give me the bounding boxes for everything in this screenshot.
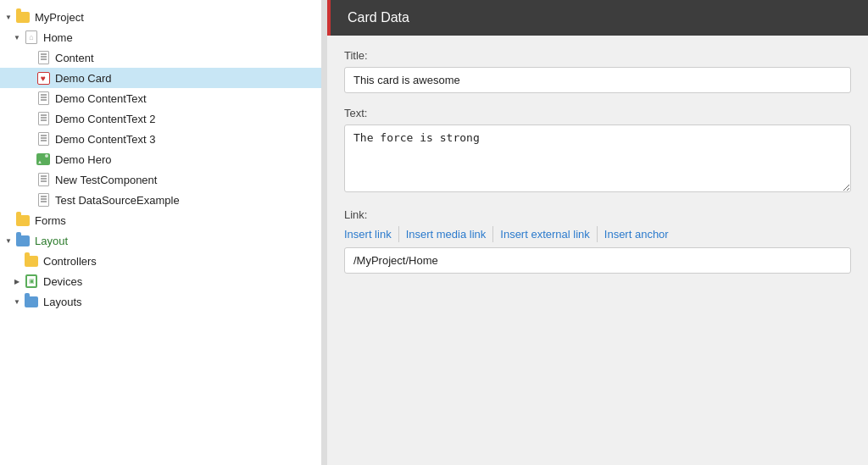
- page-icon-wrapper: [36, 192, 51, 208]
- image-icon-wrapper: ▲: [36, 152, 51, 167]
- sidebar-item-layout[interactable]: ▼ Layout: [0, 230, 321, 251]
- sidebar-item-label: Layouts: [43, 296, 82, 308]
- sidebar-item-label: Demo Card: [55, 72, 111, 85]
- sidebar-item-label: Content: [55, 52, 94, 64]
- folder-blue-icon: [25, 296, 38, 307]
- sidebar-item-testdatasource[interactable]: Test DataSourceExample: [0, 190, 321, 210]
- page-icon-wrapper: [36, 172, 51, 187]
- folder-yellow-icon-wrapper: [15, 213, 31, 228]
- sidebar-item-demohero[interactable]: ▲ Demo Hero: [0, 149, 321, 169]
- page-icon: [38, 91, 49, 105]
- page-icon-wrapper: [36, 111, 51, 126]
- insert-link-button[interactable]: Insert link: [344, 226, 399, 242]
- title-label: Title:: [344, 49, 851, 62]
- sidebar-item-forms[interactable]: Forms: [0, 210, 321, 230]
- text-label: Text:: [344, 107, 851, 119]
- page-icon: [38, 51, 49, 64]
- sidebar-item-label: Controllers: [43, 255, 97, 268]
- folder-yellow-icon: [16, 12, 30, 23]
- tree-arrow: ▼: [12, 298, 22, 306]
- card-body: Title: Text: Link: Insert linkInsert med…: [327, 36, 868, 287]
- sidebar-item-myproject[interactable]: ▼ MyProject: [0, 7, 321, 27]
- folder-yellow-icon: [25, 256, 38, 267]
- sidebar-item-home[interactable]: ▼⌂Home: [0, 27, 321, 47]
- folder-yellow-icon-wrapper: [15, 9, 31, 25]
- heart-icon: ♥: [37, 72, 50, 85]
- folder-blue-icon-wrapper: [24, 294, 39, 309]
- sidebar-item-layouts[interactable]: ▼ Layouts: [0, 291, 321, 312]
- sidebar-item-label: MyProject: [35, 11, 84, 24]
- sidebar-item-label: Devices: [43, 275, 82, 288]
- sidebar-item-label: Layout: [35, 235, 68, 247]
- folder-blue-icon-wrapper: [15, 233, 31, 248]
- sidebar-item-democontenttext2[interactable]: Demo ContentText 2: [0, 108, 321, 129]
- title-input[interactable]: [344, 67, 851, 93]
- sidebar-item-devices[interactable]: ▶▣Devices: [0, 271, 321, 291]
- sidebar-item-label: Demo ContentText 2: [55, 113, 156, 125]
- sidebar-item-democontenttext[interactable]: Demo ContentText: [0, 88, 321, 108]
- page-icon: [38, 193, 49, 207]
- heart-icon-wrapper: ♥: [36, 70, 51, 86]
- device-icon: ▣: [25, 274, 37, 288]
- sidebar-item-label: Home: [43, 31, 73, 44]
- text-field-group: Text:: [344, 107, 851, 195]
- sidebar-item-label: New TestComponent: [55, 174, 157, 186]
- sidebar-item-content[interactable]: Content: [0, 47, 321, 68]
- title-field-group: Title:: [344, 49, 851, 93]
- insert-anchor-button[interactable]: Insert anchor: [598, 226, 676, 242]
- page-icon-wrapper: [36, 131, 51, 147]
- page-icon: [38, 132, 49, 146]
- sidebar-item-label: Demo ContentText 3: [55, 133, 156, 146]
- card-title: Card Data: [348, 10, 409, 25]
- sidebar-item-label: Demo ContentText: [55, 92, 147, 105]
- home-page-icon-wrapper: ⌂: [24, 30, 39, 45]
- sidebar-item-democontenttext3[interactable]: Demo ContentText 3: [0, 129, 321, 149]
- device-icon-wrapper: ▣: [24, 274, 39, 289]
- main-content: Card Data Title: Text: Link: Insert link…: [327, 0, 868, 465]
- page-icon-wrapper: [36, 50, 51, 65]
- tree-arrow: ▼: [3, 237, 14, 245]
- folder-blue-icon: [16, 235, 30, 246]
- sidebar-item-label: Test DataSourceExample: [55, 194, 180, 207]
- link-input[interactable]: [344, 247, 851, 274]
- insert-external-link-button[interactable]: Insert external link: [493, 226, 598, 242]
- tree-arrow: ▶: [12, 278, 22, 285]
- text-textarea[interactable]: [344, 125, 851, 192]
- page-icon: [38, 173, 49, 186]
- card-header: Card Data: [327, 0, 868, 36]
- page-icon: [38, 112, 49, 125]
- image-icon: ▲: [36, 153, 50, 165]
- folder-yellow-icon-wrapper: [24, 253, 39, 268]
- sidebar-item-controllers[interactable]: Controllers: [0, 251, 321, 271]
- home-page-icon: ⌂: [25, 30, 37, 44]
- link-field-group: Link: Insert linkInsert media linkInsert…: [344, 208, 851, 274]
- sidebar-item-label: Forms: [35, 214, 66, 227]
- tree-arrow: ▼: [3, 14, 14, 21]
- link-actions: Insert linkInsert media linkInsert exter…: [344, 226, 851, 242]
- page-icon-wrapper: [36, 91, 51, 106]
- sidebar-item-label: Demo Hero: [55, 153, 111, 166]
- tree-arrow: ▼: [12, 34, 22, 42]
- sidebar-item-newtestcomponent[interactable]: New TestComponent: [0, 169, 321, 190]
- link-label: Link:: [344, 208, 851, 221]
- sidebar: ▼ MyProject▼⌂Home Content♥Demo Card Demo…: [0, 0, 322, 465]
- insert-media-link-button[interactable]: Insert media link: [399, 226, 494, 242]
- sidebar-item-democard[interactable]: ♥Demo Card: [0, 68, 321, 88]
- folder-yellow-icon: [16, 215, 30, 226]
